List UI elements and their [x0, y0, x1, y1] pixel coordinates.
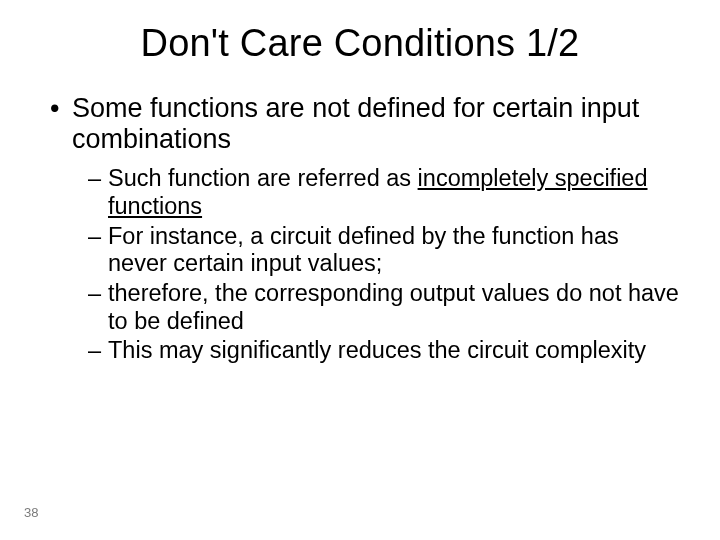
sub-bullet-1-pre: Such function are referred as: [108, 165, 418, 191]
sub-bullet-2: For instance, a circuit defined by the f…: [88, 223, 680, 278]
sub-bullet-3: therefore, the corresponding output valu…: [88, 280, 680, 335]
page-number: 38: [24, 505, 38, 520]
sub-bullet-1: Such function are referred as incomplete…: [88, 165, 680, 220]
sub-bullet-4: This may significantly reduces the circu…: [88, 337, 680, 365]
bullet-level1: Some functions are not defined for certa…: [50, 93, 680, 155]
bullet-level1-text: Some functions are not defined for certa…: [72, 93, 639, 154]
sub-bullet-list: Such function are referred as incomplete…: [88, 165, 680, 365]
slide-title: Don't Care Conditions 1/2: [40, 22, 680, 65]
slide: Don't Care Conditions 1/2 Some functions…: [0, 0, 720, 540]
